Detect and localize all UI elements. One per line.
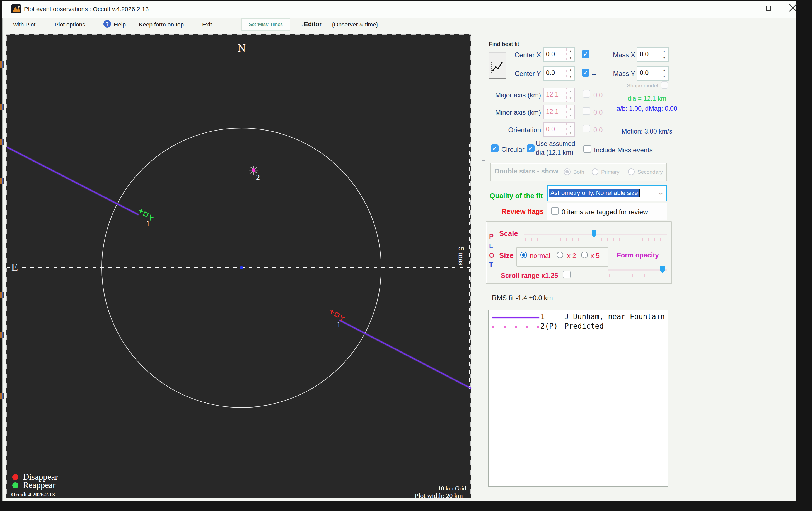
orientation-checkbox[interactable] — [582, 125, 590, 133]
center-x-spinner[interactable]: ▲▼ — [566, 48, 574, 61]
mass-y-spinner[interactable]: ▲▼ — [660, 67, 668, 80]
size-x5-radio[interactable] — [581, 252, 588, 258]
mas-scale-label: 5 mas — [457, 239, 466, 273]
artifact-tick — [475, 250, 475, 261]
orientation-label: Orientation — [494, 126, 541, 134]
disappear-marker-label: 1 — [337, 320, 341, 329]
menu-keep-on-top[interactable]: Keep form on top — [139, 21, 184, 28]
chevron-down-icon[interactable]: ⌄ — [658, 189, 664, 196]
center-y-label: Center Y — [510, 70, 541, 78]
size-label: Size — [499, 251, 514, 260]
major-axis-label: Major axis (km) — [494, 91, 541, 99]
reappear-legend-dot — [12, 482, 19, 488]
list-scrollbar[interactable] — [500, 481, 634, 481]
predicted-star-label: 2 — [256, 173, 260, 182]
use-assumed-checkbox[interactable]: ✓ — [527, 144, 534, 152]
menu-set-miss-times[interactable]: Set 'Miss' Times — [241, 19, 290, 31]
plot-canvas[interactable]: N E 5 mas 2 1 — [6, 34, 471, 499]
scroll-range-checkbox[interactable] — [563, 271, 571, 278]
left-edge-artifact — [0, 393, 4, 399]
left-edge-artifact — [0, 139, 4, 145]
menu-exit[interactable]: Exit — [202, 21, 212, 28]
close-icon[interactable] — [789, 3, 797, 12]
observation-row-name[interactable]: J Dunham, near Fountain — [564, 312, 665, 321]
menu-help[interactable]: Help — [114, 21, 126, 28]
center-point — [240, 266, 243, 269]
left-edge-artifact — [0, 292, 4, 298]
observation-row[interactable]: 2(P) — [541, 322, 558, 330]
review-flags-checkbox[interactable] — [551, 207, 559, 215]
plot-version-label: Occult 4.2026.2.13 — [11, 491, 55, 498]
artifact-bracket-tick — [482, 161, 486, 161]
use-assumed-label-1: Use assumed — [536, 140, 575, 147]
review-flags-label: Review flags — [491, 207, 544, 216]
shape-model-checkbox[interactable] — [661, 81, 668, 89]
menu-with-plot[interactable]: with Plot... — [13, 21, 40, 28]
minor-axis-checkbox[interactable] — [582, 107, 590, 115]
include-miss-label: Include Miss events — [594, 146, 653, 154]
find-best-fit-button[interactable] — [489, 52, 506, 79]
minor-axis-input[interactable]: 12.1 ▲▼ — [543, 105, 575, 119]
maximize-icon[interactable] — [766, 6, 771, 11]
orientation-input[interactable]: 0.0 ▲▼ — [543, 122, 575, 137]
mass-x-input[interactable]: 0.0 ▲▼ — [637, 48, 669, 62]
observation-row[interactable]: 1 — [541, 312, 545, 321]
menu-observer-time[interactable]: {Observer & time} — [332, 21, 378, 28]
plot-group-letter-p: P — [489, 233, 494, 240]
left-edge-artifact — [0, 61, 4, 67]
plot-group-letter-t: T — [489, 261, 493, 269]
plot-group-letter-o: O — [489, 252, 494, 259]
circular-label: Circular — [501, 146, 524, 153]
double-stars-label: Double stars - show — [495, 167, 558, 175]
center-x-dash: -- — [592, 51, 596, 59]
plot-group-letter-l: L — [489, 242, 493, 250]
major-axis-checkbox[interactable] — [582, 90, 590, 97]
shape-model-label: Shape model — [627, 83, 658, 89]
app-icon — [11, 4, 21, 13]
menu-editor[interactable]: →Editor — [298, 21, 322, 28]
include-miss-checkbox[interactable] — [583, 145, 591, 153]
scale-slider-ticks — [525, 238, 668, 241]
size-x2-label: x 2 — [567, 252, 576, 260]
center-y-dash: -- — [592, 70, 596, 78]
double-stars-secondary-radio[interactable] — [628, 168, 635, 175]
axis-ratio-text: a/b: 1.00, dMag: 0.00 — [605, 105, 689, 112]
center-x-label: Center X — [510, 51, 541, 59]
double-stars-both-radio[interactable] — [564, 168, 571, 175]
mass-y-input[interactable]: 0.0 ▲▼ — [637, 66, 669, 81]
major-axis-spinner[interactable]: ▲▼ — [566, 88, 574, 102]
observation-row-name[interactable]: Predicted — [564, 322, 604, 330]
orientation-spinner[interactable]: ▲▼ — [566, 123, 574, 136]
left-edge-artifact — [0, 178, 4, 184]
chord-1-segment-before — [7, 147, 139, 215]
double-stars-primary-radio[interactable] — [592, 168, 599, 175]
observation-list[interactable]: 1 J Dunham, near Fountain 2(P) Predicted — [488, 310, 668, 487]
minor-axis-label: Minor axis (km) — [494, 109, 541, 116]
motion-text: Motion: 3.00 km/s — [605, 128, 689, 135]
screen: { "window": { "title": "Plot event obser… — [0, 0, 812, 511]
form-opacity-slider-track[interactable] — [608, 269, 667, 271]
quality-label: Quality of the fit — [490, 192, 543, 200]
major-axis-input[interactable]: 12.1 ▲▼ — [543, 88, 575, 102]
mass-x-label: Mass X — [611, 51, 635, 59]
size-x2-radio[interactable] — [557, 252, 563, 258]
minor-axis-spinner[interactable]: ▲▼ — [566, 106, 574, 119]
help-icon[interactable]: ? — [104, 20, 111, 28]
reappear-marker-label: 1 — [146, 219, 150, 228]
menu-plot-options[interactable]: Plot options... — [55, 21, 90, 28]
circular-checkbox[interactable]: ✓ — [491, 144, 499, 152]
form-opacity-label: Form opacity — [617, 251, 659, 259]
minimize-icon[interactable] — [740, 7, 747, 8]
mass-x-spinner[interactable]: ▲▼ — [660, 48, 668, 61]
size-normal-radio[interactable] — [520, 252, 527, 258]
quality-selected-value[interactable]: Astrometry only. No reliable size — [549, 189, 640, 197]
form-opacity-slider-ticks — [609, 274, 668, 277]
reappear-legend-label: Reappear — [23, 480, 56, 490]
center-y-spinner[interactable]: ▲▼ — [566, 67, 574, 80]
center-x-checkbox[interactable]: ✓ — [582, 50, 589, 58]
quality-dropdown[interactable]: Astrometry only. No reliable size ⌄ — [547, 185, 667, 201]
center-y-input[interactable]: 0.0 ▲▼ — [543, 66, 575, 81]
center-x-input[interactable]: 0.0 ▲▼ — [543, 48, 575, 62]
center-y-checkbox[interactable]: ✓ — [582, 69, 589, 77]
rms-fit-text: RMS fit -1.4 ±0.0 km — [492, 294, 553, 302]
